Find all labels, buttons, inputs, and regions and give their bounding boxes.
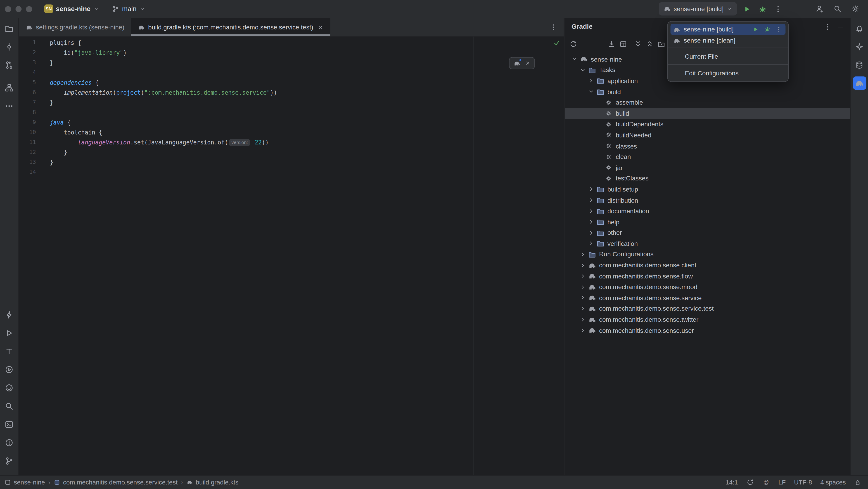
gradle-tree-item-com-mechanitis-demo-sense-mood[interactable]: com.mechanitis.demo.sense.mood — [565, 282, 850, 292]
popup-debug-button[interactable] — [763, 26, 771, 33]
collapse-all-button[interactable] — [644, 38, 655, 50]
expand-all-button[interactable] — [632, 38, 644, 50]
tree-chevron-right[interactable] — [579, 250, 587, 259]
gradle-tree-item-build[interactable]: build — [565, 108, 850, 119]
popup-item-sense-nine-clean[interactable]: sense-nine [clean] — [671, 35, 786, 46]
find-tool-button[interactable] — [2, 399, 16, 413]
breadcrumb-item-com-mechanitis-demo-sense-service-test[interactable]: com.mechanitis.demo.sense.service.test — [54, 479, 178, 486]
tree-chevron-right[interactable] — [587, 239, 595, 248]
minimize-window-button[interactable] — [16, 6, 22, 12]
gradle-tool-button[interactable] — [853, 77, 866, 90]
tree-chevron-right[interactable] — [587, 196, 595, 204]
gradle-tree-item-build[interactable]: build — [565, 86, 850, 97]
close-icon[interactable] — [525, 60, 530, 66]
services-tool-button[interactable] — [2, 363, 16, 376]
close-tab-button[interactable] — [318, 24, 324, 30]
sync-status-widget[interactable] — [746, 478, 754, 486]
gradle-tree-item-run-configurations[interactable]: Run Configurations — [565, 249, 850, 260]
project-tool-button[interactable] — [2, 22, 16, 35]
search-everywhere-button[interactable] — [833, 4, 842, 14]
branch-widget[interactable]: main — [108, 3, 149, 15]
gradle-tree-item-buildneeded[interactable]: buildNeeded — [565, 130, 850, 141]
gradle-tree-item-com-mechanitis-demo-sense-service[interactable]: com.mechanitis.demo.sense.service — [565, 292, 850, 304]
breadcrumb-item-sense-nine[interactable]: sense-nine — [4, 479, 45, 486]
code-with-me-button[interactable] — [815, 4, 825, 14]
tree-chevron-down[interactable] — [587, 88, 595, 96]
editor[interactable]: 1plugins {2 id("java-library")3}45depend… — [19, 36, 564, 475]
popup-run-button[interactable] — [752, 26, 760, 33]
gradle-tree-item-com-mechanitis-demo-sense-twitter[interactable]: com.mechanitis.demo.sense.twitter — [565, 314, 850, 325]
popup-item-sense-nine-build[interactable]: sense-nine [build] — [671, 24, 786, 35]
gradle-tree-item-testclasses[interactable]: testClasses — [565, 173, 850, 184]
reload-all-gradle-projects-button[interactable] — [568, 38, 579, 50]
inspections-status-icon[interactable] — [553, 39, 560, 47]
database-tool-button[interactable] — [853, 58, 866, 71]
tree-chevron-right[interactable] — [579, 315, 587, 324]
commit-tool-button[interactable] — [2, 40, 16, 53]
pull-requests-tool-button[interactable] — [2, 58, 16, 71]
terminal-tool-button[interactable] — [2, 418, 16, 431]
gradle-tree-item-com-mechanitis-demo-sense-client[interactable]: com.mechanitis.demo.sense.client — [565, 260, 850, 271]
hide-button[interactable] — [835, 21, 846, 32]
group-tasks-button[interactable] — [656, 38, 667, 50]
gradle-tree-item-com-mechanitis-demo-sense-flow[interactable]: com.mechanitis.demo.sense.flow — [565, 271, 850, 282]
read-only-toggle-widget[interactable] — [854, 479, 862, 486]
tree-chevron-down[interactable] — [570, 55, 579, 63]
settings-button[interactable] — [850, 4, 860, 14]
tree-chevron-right[interactable] — [579, 283, 587, 291]
editor-tab-build-gradle-kts[interactable]: build.gradle.kts (:com.mechanitis.demo.s… — [131, 18, 331, 36]
gradle-tree-item-distribution[interactable]: distribution — [565, 195, 850, 206]
annotation-status-widget[interactable]: @ — [762, 478, 770, 486]
run-tool-button[interactable] — [2, 326, 16, 340]
project-widget[interactable]: SN sense-nine — [41, 3, 103, 15]
tree-chevron-right[interactable] — [579, 272, 587, 280]
tab-options-button[interactable] — [549, 22, 559, 32]
structure-tool-button[interactable] — [2, 81, 16, 94]
tree-chevron-right[interactable] — [587, 77, 595, 85]
gradle-tree-item-assemble[interactable]: assemble — [565, 97, 850, 108]
popup-more-button[interactable] — [775, 26, 783, 33]
options-button[interactable] — [822, 21, 833, 32]
more-tool-windows-tool-button[interactable] — [2, 99, 16, 113]
tree-chevron-right[interactable] — [587, 207, 595, 215]
caret-position-widget[interactable]: 14:1 — [725, 479, 738, 486]
load-gradle-changes-button[interactable] — [514, 60, 521, 67]
tree-chevron-right[interactable] — [587, 185, 595, 194]
gradle-tree-item-verification[interactable]: verification — [565, 238, 850, 249]
gradle-tree-item-other[interactable]: other — [565, 227, 850, 238]
build-tool-button[interactable] — [2, 308, 16, 321]
breadcrumb-item-build-gradle-kts[interactable]: build.gradle.kts — [186, 479, 239, 486]
dependency-analyzer-button[interactable] — [617, 38, 629, 50]
run-configuration-selector[interactable]: sense-nine [build] — [659, 2, 737, 16]
indent-style-widget[interactable]: 4 spaces — [820, 479, 846, 486]
tree-chevron-right[interactable] — [587, 229, 595, 237]
zoom-window-button[interactable] — [26, 6, 32, 12]
tree-chevron-right[interactable] — [579, 294, 587, 302]
gradle-tree-item-builddependents[interactable]: buildDependents — [565, 119, 850, 130]
popup-item-current-file[interactable]: Current File — [671, 50, 786, 62]
popup-item-edit-configurations[interactable]: Edit Configurations... — [671, 66, 786, 79]
ai-assistant-tool-button[interactable] — [853, 40, 866, 53]
file-encoding-widget[interactable]: UTF-8 — [794, 479, 812, 486]
editor-tab-settings-gradle-kts[interactable]: settings.gradle.kts (sense-nine) — [19, 18, 131, 36]
tree-chevron-right[interactable] — [579, 261, 587, 269]
gradle-tree-item-com-mechanitis-demo-sense-user[interactable]: com.mechanitis.demo.sense.user — [565, 325, 850, 336]
tree-chevron-right[interactable] — [579, 326, 587, 335]
link-gradle-project-button[interactable] — [579, 38, 591, 50]
feedback-tool-button[interactable] — [2, 381, 16, 394]
more-actions-button[interactable] — [773, 4, 783, 14]
notifications-tool-button[interactable] — [853, 22, 866, 35]
gradle-tree-item-classes[interactable]: classes — [565, 141, 850, 151]
gradle-tree-item-documentation[interactable]: documentation — [565, 206, 850, 217]
gradle-tree-item-build-setup[interactable]: build setup — [565, 184, 850, 195]
run-button[interactable] — [742, 4, 752, 14]
tree-chevron-right[interactable] — [587, 218, 595, 226]
version-control-tool-button[interactable] — [2, 454, 16, 467]
download-sources-button[interactable] — [606, 38, 617, 50]
line-separator-widget[interactable]: LF — [778, 479, 786, 486]
debug-button[interactable] — [757, 4, 767, 14]
gradle-tree-item-help[interactable]: help — [565, 217, 850, 227]
todo-tool-button[interactable] — [2, 344, 16, 358]
code-area[interactable]: 1plugins {2 id("java-library")3}45depend… — [19, 36, 564, 177]
gradle-tree-item-com-mechanitis-demo-sense-service-test[interactable]: com.mechanitis.demo.sense.service.test — [565, 304, 850, 314]
